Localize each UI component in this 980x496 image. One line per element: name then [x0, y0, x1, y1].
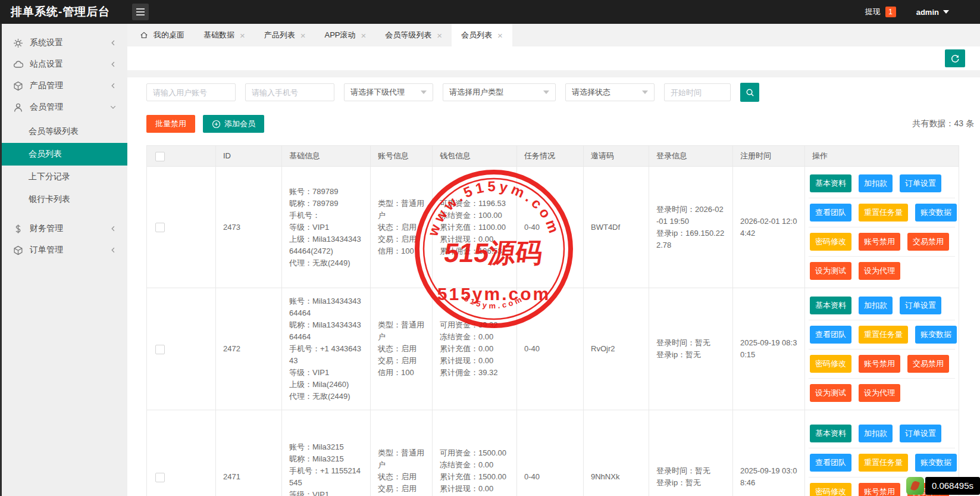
agent-select-value: 请选择下级代理 [350, 87, 405, 98]
add-member-button[interactable]: 添加会员 [203, 115, 264, 133]
action-button[interactable]: 订单设置 [900, 425, 941, 442]
close-icon[interactable]: × [300, 31, 306, 40]
close-icon[interactable]: × [361, 31, 367, 40]
action-button[interactable]: 账号禁用 [859, 355, 900, 373]
chevron-down-icon [109, 104, 117, 111]
action-button[interactable]: 账号禁用 [859, 483, 900, 496]
batch-disable-button[interactable]: 批量禁用 [146, 115, 195, 133]
cell-account-info-line: 状态：启用 [378, 343, 425, 355]
chevron-down-icon [421, 91, 427, 94]
row-select-cell [147, 410, 216, 496]
agent-select[interactable]: 请选择下级代理 [344, 83, 433, 101]
tab-APP滚动[interactable]: APP滚动× [315, 24, 376, 46]
select-all-checkbox[interactable] [155, 152, 165, 161]
refresh-button[interactable] [945, 49, 965, 67]
action-button-group: 查看团队重置任务量账变数据 [809, 198, 955, 227]
sidebar-item-0[interactable]: 系统设置 [0, 32, 127, 54]
column-header: ID [216, 146, 282, 167]
action-button[interactable]: 设为代理 [859, 384, 900, 402]
action-button[interactable]: 设为测试 [810, 384, 851, 402]
sidebar-subitem[interactable]: 银行卡列表 [0, 188, 127, 211]
hamburger-icon [136, 11, 145, 13]
sidebar-item-4[interactable]: 财务管理 [0, 218, 127, 239]
tab-产品列表[interactable]: 产品列表× [255, 24, 315, 46]
action-button[interactable]: 查看团队 [810, 326, 851, 344]
close-icon[interactable]: × [437, 31, 442, 40]
row-checkbox[interactable] [155, 345, 165, 354]
action-button[interactable]: 重置任务量 [859, 454, 908, 472]
tab-会员列表[interactable]: 会员列表× [452, 24, 512, 46]
cube-icon [13, 81, 23, 91]
action-button[interactable]: 查看团队 [810, 454, 851, 472]
cube-icon [13, 245, 23, 255]
table-header-row: ID基础信息账号信息钱包信息任务情况邀请码登录信息注册时间操作 [147, 146, 959, 167]
close-icon[interactable]: × [497, 31, 503, 40]
action-button[interactable]: 订单设置 [900, 174, 941, 192]
user-menu[interactable]: admin [916, 8, 949, 17]
action-button[interactable]: 密码修改 [810, 233, 851, 251]
user-type-select-value: 请选择用户类型 [449, 87, 503, 98]
action-button[interactable]: 密码修改 [810, 355, 851, 373]
sidebar-item-1[interactable]: 站点设置 [0, 54, 127, 75]
account-input[interactable] [146, 83, 236, 101]
search-button[interactable] [740, 83, 759, 102]
action-button[interactable]: 基本资料 [810, 174, 851, 192]
status-select[interactable]: 请选择状态 [565, 83, 655, 101]
cell-wallet-info-line: 可用资金：1500.00 [440, 447, 509, 459]
cell-basic-info-line: 手机号：+1 434364343 [289, 343, 363, 367]
sidebar-item-2[interactable]: 产品管理 [0, 75, 127, 96]
action-button[interactable]: 查看团队 [810, 204, 851, 222]
cell-wallet-info-line: 累计充值：0.00 [440, 343, 509, 355]
column-header: 注册时间 [733, 146, 805, 167]
cell-account-info-line: 类型：普通用户 [378, 198, 425, 222]
action-button[interactable]: 密码修改 [810, 483, 851, 496]
action-button[interactable]: 设为代理 [859, 262, 900, 280]
action-button[interactable]: 重置任务量 [859, 204, 908, 222]
action-button[interactable]: 账变数据 [915, 204, 957, 222]
sidebar-item-3[interactable]: 会员管理 [0, 96, 127, 118]
action-button[interactable]: 加扣款 [859, 174, 893, 192]
cell-wallet-info-line: 可用资金：1196.53 [440, 198, 509, 210]
cell-account-info: 类型：普通用户状态：启用交易：启用信用：100 [371, 167, 433, 288]
sidebar-item-label: 产品管理 [30, 80, 63, 91]
action-button[interactable]: 订单设置 [900, 297, 941, 314]
action-button[interactable]: 账变数据 [915, 454, 957, 472]
action-button[interactable]: 交易禁用 [907, 233, 949, 251]
action-button[interactable]: 设为测试 [810, 262, 851, 280]
withdraw-link[interactable]: 提现 1 [865, 7, 896, 17]
action-button[interactable]: 交易禁用 [907, 355, 949, 373]
sidebar-subitem[interactable]: 会员等级列表 [0, 120, 127, 143]
action-button[interactable]: 加扣款 [859, 297, 893, 314]
start-time-input[interactable] [664, 83, 731, 101]
row-checkbox[interactable] [155, 223, 165, 232]
search-icon [746, 88, 754, 97]
menu-toggle-button[interactable] [132, 4, 149, 20]
phone-input[interactable] [245, 83, 334, 101]
chevron-down-icon [543, 91, 549, 94]
tab-基础数据[interactable]: 基础数据× [194, 24, 255, 46]
action-button-group: 密码修改账号禁用交易禁用 [809, 227, 955, 257]
action-button[interactable]: 加扣款 [859, 425, 893, 442]
sidebar-subitem[interactable]: 上下分记录 [0, 166, 127, 188]
action-button[interactable]: 基本资料 [810, 297, 851, 314]
close-icon[interactable]: × [240, 31, 245, 40]
tab-会员等级列表[interactable]: 会员等级列表× [375, 24, 452, 46]
user-type-select[interactable]: 请选择用户类型 [443, 83, 556, 101]
action-button-group: 基本资料加扣款订单设置 [809, 169, 955, 198]
sidebar-subitem[interactable]: 会员列表 [0, 143, 127, 166]
action-button[interactable]: 账变数据 [915, 326, 957, 344]
speed-plugin-icon[interactable] [906, 477, 924, 495]
cell-account-info-line: 类型：普通用户 [378, 319, 425, 343]
action-button[interactable]: 重置任务量 [859, 326, 908, 344]
cell-basic-info-line: 账号：Mila3215 [289, 441, 363, 453]
cell-basic-info-line: 昵称：Mila3215 [289, 453, 363, 465]
action-button[interactable]: 账号禁用 [859, 233, 900, 251]
action-button[interactable]: 基本资料 [810, 425, 851, 442]
tab-我的桌面[interactable]: 我的桌面 [130, 24, 194, 46]
sidebar-item-label: 系统设置 [30, 38, 63, 48]
row-checkbox[interactable] [155, 473, 165, 482]
cell-login-info-line: 登录时间：2026-02-01 19:50 [656, 204, 725, 227]
cell-actions: 基本资料加扣款订单设置查看团队重置任务量账变数据密码修改账号禁用交易禁用设为测试… [805, 167, 959, 288]
sidebar-item-5[interactable]: 订单管理 [0, 239, 127, 261]
cell-invite-code: BWT4Df [584, 167, 649, 288]
